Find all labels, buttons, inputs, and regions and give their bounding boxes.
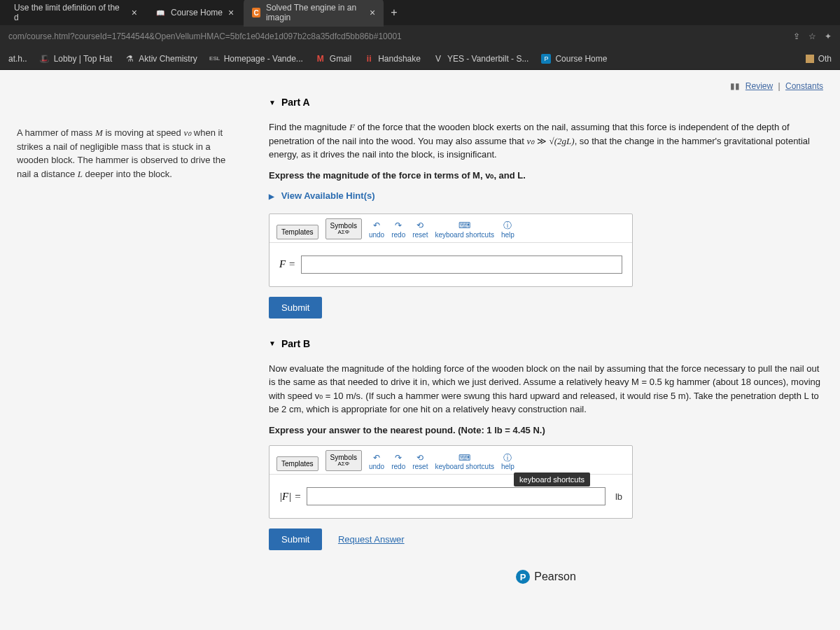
star-icon[interactable]: ☆ [808, 31, 816, 41]
esl-icon: ESL [210, 54, 220, 64]
tab-label: Use the limit definition of the d [14, 3, 126, 22]
part-a: ▼ Part A Find the magnitude F of the for… [269, 97, 823, 318]
bookmark-homepage[interactable]: ESL Homepage - Vande... [210, 54, 303, 64]
lhs-label-a: F = [279, 258, 295, 270]
answer-box-b: Templates SymbolsΑΣΦ ↶undo ↷redo ⟲reset … [269, 445, 633, 519]
part-b: ▼ Part B Now evaluate the magnitude of t… [269, 338, 823, 550]
tab-label: Solved The engine in an imagin [266, 3, 364, 22]
pearson-p-icon: P [516, 570, 530, 584]
keyboard-icon: ⌨ [458, 220, 470, 230]
help-icon: ⓘ [503, 220, 512, 230]
pearson-icon: P [541, 54, 551, 64]
chegg-icon: C [252, 8, 260, 18]
help-button[interactable]: ⓘhelp [501, 220, 514, 239]
part-a-prompt: Find the magnitude F of the force that t… [269, 120, 823, 162]
help-icon: ⓘ [503, 453, 512, 463]
submit-button-b[interactable]: Submit [269, 528, 322, 550]
help-button[interactable]: ⓘhelp [501, 453, 514, 471]
tab-solved-engine[interactable]: C Solved The engine in an imagin × [244, 0, 384, 27]
reset-button[interactable]: ⟲reset [412, 220, 428, 239]
redo-button[interactable]: ↷redo [391, 220, 405, 239]
bookmarks-bar: at.h.. 🎩 Lobby | Top Hat ⚗ Aktiv Chemist… [0, 48, 840, 70]
keyboard-button[interactable]: ⌨keyboard shortcuts [435, 220, 494, 239]
part-b-express: Express your answer to the nearest pound… [269, 424, 823, 438]
undo-icon: ↶ [373, 453, 380, 463]
answer-input-b[interactable] [307, 487, 606, 505]
redo-icon: ↷ [395, 453, 402, 463]
bookmark-course-home[interactable]: P Course Home [541, 54, 607, 64]
tophat-icon: 🎩 [40, 54, 50, 64]
caret-down-icon: ▼ [269, 340, 276, 347]
extension-icon[interactable]: ✦ [825, 31, 832, 41]
book-icon: 📖 [155, 8, 165, 18]
keyboard-tooltip: keyboard shortcuts [514, 472, 590, 486]
url-bar: com/course.html?courseId=17544544&OpenVe… [0, 25, 840, 48]
submit-button-a[interactable]: Submit [269, 297, 322, 318]
bookmark-yes[interactable]: V YES - Vanderbilt - S... [433, 54, 529, 64]
main-content: ▮▮ Review | Constants ▼ Part A Find the … [252, 70, 840, 630]
share-icon[interactable]: ⇪ [793, 31, 800, 41]
reset-button[interactable]: ⟲reset [412, 453, 428, 471]
aktiv-icon: ⚗ [125, 54, 134, 64]
answer-box-a: Templates SymbolsΑΣΦ ↶undo ↷redo ⟲reset … [269, 214, 633, 287]
undo-button[interactable]: ↶undo [369, 220, 384, 239]
hints-toggle-a[interactable]: ▶ View Available Hint(s) [269, 190, 823, 201]
reset-icon: ⟲ [416, 453, 424, 463]
reset-icon: ⟲ [416, 220, 424, 230]
problem-sidebar: A hammer of mass M is moving at speed v₀… [0, 70, 252, 630]
top-links: ▮▮ Review | Constants [269, 81, 823, 91]
request-answer-link[interactable]: Request Answer [338, 534, 405, 545]
part-b-header[interactable]: ▼ Part B [269, 338, 823, 349]
gmail-icon: M [316, 54, 326, 64]
handshake-icon: ii [364, 54, 374, 64]
bookmark-aktiv[interactable]: ⚗ Aktiv Chemistry [125, 54, 197, 64]
symbols-button[interactable]: SymbolsΑΣΦ [326, 218, 362, 239]
constants-link[interactable]: Constants [785, 81, 823, 91]
caret-down-icon: ▼ [269, 99, 276, 106]
undo-icon: ↶ [373, 220, 380, 230]
bookmark-handshake[interactable]: ii Handshake [364, 54, 421, 64]
v-icon: V [433, 54, 443, 64]
url-text[interactable]: com/course.html?courseId=17544544&OpenVe… [8, 31, 793, 41]
lhs-label-b: |F| = [279, 491, 301, 503]
problem-statement: A hammer of mass M is moving at speed v₀… [17, 126, 235, 181]
new-tab-button[interactable]: + [385, 4, 402, 22]
browser-tabs: Use the limit definition of the d × 📖 Co… [0, 0, 840, 25]
footer: P Pearson [269, 570, 823, 584]
undo-button[interactable]: ↶undo [369, 453, 384, 471]
tab-label: Course Home [171, 8, 223, 18]
redo-button[interactable]: ↷redo [391, 453, 405, 471]
bookmark-other[interactable]: Oth [806, 54, 832, 64]
review-link[interactable]: Review [746, 81, 773, 91]
close-icon[interactable]: × [132, 7, 137, 18]
redo-icon: ↷ [395, 220, 402, 230]
answer-toolbar-a: Templates SymbolsΑΣΦ ↶undo ↷redo ⟲reset … [270, 214, 632, 243]
unit-label: lb [611, 491, 622, 502]
part-a-express: Express the magnitude of the force in te… [269, 169, 823, 183]
bookmark-tophat[interactable]: 🎩 Lobby | Top Hat [40, 54, 113, 64]
close-icon[interactable]: × [370, 7, 375, 18]
pause-icon: ▮▮ [730, 81, 740, 91]
templates-button[interactable]: Templates [276, 225, 318, 239]
bookmark-gmail[interactable]: M Gmail [316, 54, 351, 64]
answer-toolbar-b: Templates SymbolsΑΣΦ ↶undo ↷redo ⟲reset … [270, 446, 632, 475]
tab-limit[interactable]: Use the limit definition of the d × [6, 0, 146, 27]
part-a-header[interactable]: ▼ Part A [269, 97, 823, 108]
keyboard-icon: ⌨ [458, 453, 470, 463]
symbols-button[interactable]: SymbolsΑΣΦ [326, 450, 362, 471]
answer-input-a[interactable] [301, 255, 622, 274]
part-b-prompt: Now evaluate the magnitude of the holdin… [269, 362, 823, 416]
bookmark-ath[interactable]: at.h.. [8, 54, 27, 64]
close-icon[interactable]: × [228, 7, 234, 18]
tab-course-home[interactable]: 📖 Course Home × [147, 3, 242, 22]
templates-button[interactable]: Templates [276, 456, 318, 471]
caret-right-icon: ▶ [269, 192, 274, 200]
pearson-logo: P Pearson [516, 570, 576, 584]
keyboard-button[interactable]: ⌨keyboard shortcuts [435, 453, 494, 471]
